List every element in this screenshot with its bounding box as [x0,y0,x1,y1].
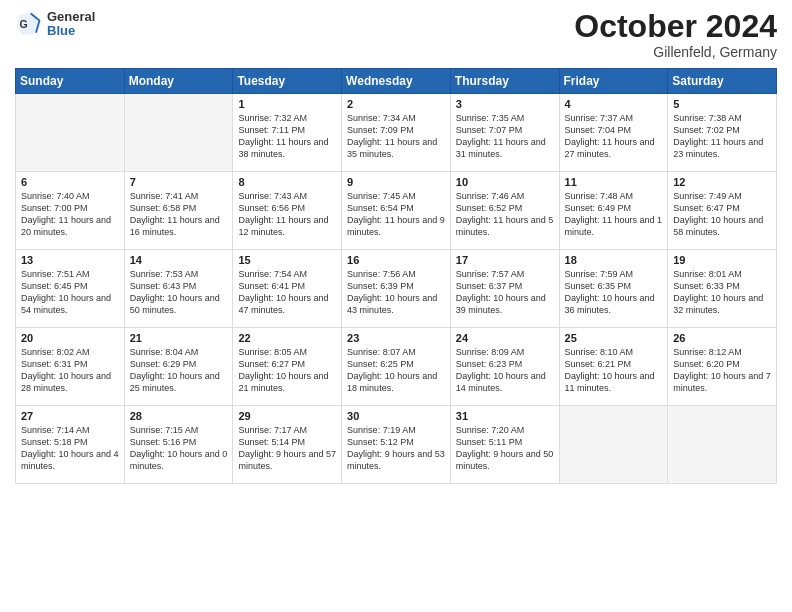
calendar-cell: 22Sunrise: 8:05 AM Sunset: 6:27 PM Dayli… [233,328,342,406]
day-info: Sunrise: 7:45 AM Sunset: 6:54 PM Dayligh… [347,190,445,239]
day-info: Sunrise: 8:04 AM Sunset: 6:29 PM Dayligh… [130,346,228,395]
day-info: Sunrise: 8:02 AM Sunset: 6:31 PM Dayligh… [21,346,119,395]
calendar-cell: 27Sunrise: 7:14 AM Sunset: 5:18 PM Dayli… [16,406,125,484]
calendar-table: SundayMondayTuesdayWednesdayThursdayFrid… [15,68,777,484]
day-number: 31 [456,410,554,422]
day-info: Sunrise: 7:15 AM Sunset: 5:16 PM Dayligh… [130,424,228,473]
weekday-header-tuesday: Tuesday [233,69,342,94]
calendar-cell: 31Sunrise: 7:20 AM Sunset: 5:11 PM Dayli… [450,406,559,484]
day-number: 11 [565,176,663,188]
calendar-cell: 6Sunrise: 7:40 AM Sunset: 7:00 PM Daylig… [16,172,125,250]
svg-text:G: G [19,18,27,30]
calendar-cell [16,94,125,172]
day-info: Sunrise: 7:56 AM Sunset: 6:39 PM Dayligh… [347,268,445,317]
weekday-header-thursday: Thursday [450,69,559,94]
day-info: Sunrise: 7:19 AM Sunset: 5:12 PM Dayligh… [347,424,445,473]
calendar-cell: 5Sunrise: 7:38 AM Sunset: 7:02 PM Daylig… [668,94,777,172]
day-number: 21 [130,332,228,344]
day-info: Sunrise: 7:14 AM Sunset: 5:18 PM Dayligh… [21,424,119,473]
day-number: 19 [673,254,771,266]
logo-icon: G [15,10,43,38]
calendar-cell: 21Sunrise: 8:04 AM Sunset: 6:29 PM Dayli… [124,328,233,406]
day-info: Sunrise: 8:01 AM Sunset: 6:33 PM Dayligh… [673,268,771,317]
logo-general: General [47,10,95,24]
day-info: Sunrise: 7:51 AM Sunset: 6:45 PM Dayligh… [21,268,119,317]
day-number: 16 [347,254,445,266]
day-number: 26 [673,332,771,344]
calendar-cell: 15Sunrise: 7:54 AM Sunset: 6:41 PM Dayli… [233,250,342,328]
day-number: 15 [238,254,336,266]
day-number: 2 [347,98,445,110]
day-info: Sunrise: 8:07 AM Sunset: 6:25 PM Dayligh… [347,346,445,395]
calendar-cell: 4Sunrise: 7:37 AM Sunset: 7:04 PM Daylig… [559,94,668,172]
calendar-cell: 12Sunrise: 7:49 AM Sunset: 6:47 PM Dayli… [668,172,777,250]
day-info: Sunrise: 7:20 AM Sunset: 5:11 PM Dayligh… [456,424,554,473]
logo-blue: Blue [47,24,95,38]
day-number: 8 [238,176,336,188]
week-row-5: 27Sunrise: 7:14 AM Sunset: 5:18 PM Dayli… [16,406,777,484]
day-info: Sunrise: 7:53 AM Sunset: 6:43 PM Dayligh… [130,268,228,317]
weekday-header-saturday: Saturday [668,69,777,94]
weekday-header-sunday: Sunday [16,69,125,94]
calendar-cell: 25Sunrise: 8:10 AM Sunset: 6:21 PM Dayli… [559,328,668,406]
day-number: 28 [130,410,228,422]
weekday-header-row: SundayMondayTuesdayWednesdayThursdayFrid… [16,69,777,94]
calendar-cell: 28Sunrise: 7:15 AM Sunset: 5:16 PM Dayli… [124,406,233,484]
calendar-cell [124,94,233,172]
day-info: Sunrise: 7:54 AM Sunset: 6:41 PM Dayligh… [238,268,336,317]
day-info: Sunrise: 7:38 AM Sunset: 7:02 PM Dayligh… [673,112,771,161]
weekday-header-friday: Friday [559,69,668,94]
day-number: 22 [238,332,336,344]
day-number: 7 [130,176,228,188]
day-info: Sunrise: 7:34 AM Sunset: 7:09 PM Dayligh… [347,112,445,161]
day-info: Sunrise: 7:59 AM Sunset: 6:35 PM Dayligh… [565,268,663,317]
calendar-cell: 17Sunrise: 7:57 AM Sunset: 6:37 PM Dayli… [450,250,559,328]
calendar-cell: 7Sunrise: 7:41 AM Sunset: 6:58 PM Daylig… [124,172,233,250]
calendar-cell: 9Sunrise: 7:45 AM Sunset: 6:54 PM Daylig… [342,172,451,250]
calendar-title: October 2024 [574,10,777,42]
calendar-cell: 23Sunrise: 8:07 AM Sunset: 6:25 PM Dayli… [342,328,451,406]
logo-text: General Blue [47,10,95,39]
day-number: 12 [673,176,771,188]
calendar-cell: 19Sunrise: 8:01 AM Sunset: 6:33 PM Dayli… [668,250,777,328]
day-number: 3 [456,98,554,110]
day-number: 14 [130,254,228,266]
calendar-cell: 8Sunrise: 7:43 AM Sunset: 6:56 PM Daylig… [233,172,342,250]
calendar-cell: 26Sunrise: 8:12 AM Sunset: 6:20 PM Dayli… [668,328,777,406]
calendar-subtitle: Gillenfeld, Germany [574,44,777,60]
day-info: Sunrise: 7:46 AM Sunset: 6:52 PM Dayligh… [456,190,554,239]
day-number: 4 [565,98,663,110]
day-number: 25 [565,332,663,344]
day-number: 17 [456,254,554,266]
calendar-cell [668,406,777,484]
day-number: 23 [347,332,445,344]
day-number: 5 [673,98,771,110]
calendar-cell: 3Sunrise: 7:35 AM Sunset: 7:07 PM Daylig… [450,94,559,172]
day-number: 9 [347,176,445,188]
title-block: October 2024 Gillenfeld, Germany [574,10,777,60]
calendar-cell: 14Sunrise: 7:53 AM Sunset: 6:43 PM Dayli… [124,250,233,328]
day-info: Sunrise: 8:05 AM Sunset: 6:27 PM Dayligh… [238,346,336,395]
calendar-cell: 24Sunrise: 8:09 AM Sunset: 6:23 PM Dayli… [450,328,559,406]
day-number: 10 [456,176,554,188]
day-number: 24 [456,332,554,344]
logo: G General Blue [15,10,95,39]
day-info: Sunrise: 7:43 AM Sunset: 6:56 PM Dayligh… [238,190,336,239]
day-info: Sunrise: 8:12 AM Sunset: 6:20 PM Dayligh… [673,346,771,395]
week-row-3: 13Sunrise: 7:51 AM Sunset: 6:45 PM Dayli… [16,250,777,328]
calendar-cell: 2Sunrise: 7:34 AM Sunset: 7:09 PM Daylig… [342,94,451,172]
calendar-cell: 29Sunrise: 7:17 AM Sunset: 5:14 PM Dayli… [233,406,342,484]
day-info: Sunrise: 7:48 AM Sunset: 6:49 PM Dayligh… [565,190,663,239]
calendar-cell: 1Sunrise: 7:32 AM Sunset: 7:11 PM Daylig… [233,94,342,172]
calendar-cell: 11Sunrise: 7:48 AM Sunset: 6:49 PM Dayli… [559,172,668,250]
weekday-header-monday: Monday [124,69,233,94]
page: G General Blue October 2024 Gillenfeld, … [0,0,792,612]
calendar-cell: 13Sunrise: 7:51 AM Sunset: 6:45 PM Dayli… [16,250,125,328]
header: G General Blue October 2024 Gillenfeld, … [15,10,777,60]
day-info: Sunrise: 7:17 AM Sunset: 5:14 PM Dayligh… [238,424,336,473]
calendar-cell: 10Sunrise: 7:46 AM Sunset: 6:52 PM Dayli… [450,172,559,250]
weekday-header-wednesday: Wednesday [342,69,451,94]
week-row-2: 6Sunrise: 7:40 AM Sunset: 7:00 PM Daylig… [16,172,777,250]
day-number: 6 [21,176,119,188]
day-info: Sunrise: 8:10 AM Sunset: 6:21 PM Dayligh… [565,346,663,395]
